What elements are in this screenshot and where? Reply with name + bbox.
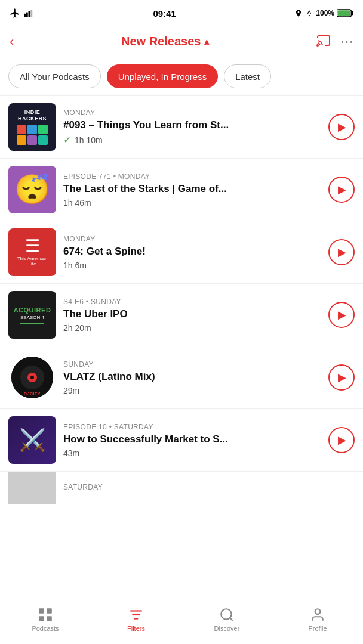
episode-info: MONDAY 674: Get a Spine! 1h 6m xyxy=(63,235,321,270)
profile-label: Profile xyxy=(308,625,327,632)
nav-filters[interactable]: Filters xyxy=(91,607,182,632)
play-button[interactable]: ▶ xyxy=(328,114,355,140)
play-icon: ▶ xyxy=(338,371,346,384)
duration-text: 43m xyxy=(63,448,79,458)
founder-emoji: ⚔️ xyxy=(19,428,46,453)
profile-icon xyxy=(310,607,325,623)
svg-point-8 xyxy=(317,45,318,46)
play-icon: ▶ xyxy=(338,246,346,259)
dropdown-icon[interactable]: ▴ xyxy=(204,36,209,47)
nav-podcasts[interactable]: Podcasts xyxy=(0,607,91,632)
episode-title: #093 – Things You Learn from St... xyxy=(63,119,321,131)
more-button[interactable]: ⋯ xyxy=(340,34,353,49)
duration-text: 29m xyxy=(63,386,79,395)
svg-rect-6 xyxy=(352,11,353,16)
episode-title: How to Successfully Market to S... xyxy=(63,434,321,445)
location-icon xyxy=(294,9,303,17)
nav-title: New Releases ▴ xyxy=(121,35,209,48)
duration-text: 2h 20m xyxy=(63,323,91,333)
episode-duration: ✓ 1h 10m xyxy=(63,134,321,145)
svg-rect-13 xyxy=(39,608,44,614)
back-button[interactable]: ‹ xyxy=(10,34,14,49)
episode-list: INDIEHACKERS MONDAY #093 – Things You Le… xyxy=(0,96,363,504)
episode-item: ACQUIRED SEASON 4 S4 E6 • SUNDAY The Ube… xyxy=(0,284,363,346)
cast-button[interactable] xyxy=(316,33,331,49)
sleep-emoji: 😴 xyxy=(14,173,50,206)
status-bar: 09:41 100% xyxy=(0,0,363,26)
podcast-artwork: 😴 xyxy=(8,166,56,213)
episode-meta: SUNDAY xyxy=(63,360,321,369)
duration-text: 1h 10m xyxy=(75,135,103,145)
episode-title: The Uber IPO xyxy=(63,308,321,320)
episode-item: 😴 EPISODE 771 • MONDAY The Last of the S… xyxy=(0,159,363,221)
airplane-icon xyxy=(10,8,20,18)
duration-text: 1h 6m xyxy=(63,261,87,270)
podcast-artwork: DJCITY xyxy=(8,354,56,401)
acquired-sub: SEASON 4 xyxy=(20,315,44,320)
episode-duration: 29m xyxy=(63,386,321,395)
episode-item: ☰ This AmericanLife MONDAY 674: Get a Sp… xyxy=(0,221,363,284)
play-button[interactable]: ▶ xyxy=(328,239,355,265)
episode-item-partial: SATURDAY xyxy=(0,472,363,504)
episode-info: EPISODE 771 • MONDAY The Last of the Sta… xyxy=(63,172,321,208)
duration-text: 1h 46m xyxy=(63,198,91,208)
acquired-text: ACQUIRED xyxy=(14,306,51,314)
svg-rect-7 xyxy=(337,10,350,16)
podcast-artwork: ACQUIRED SEASON 4 xyxy=(8,291,56,339)
status-right: 100% xyxy=(294,9,353,17)
filter-latest[interactable]: Latest xyxy=(224,64,271,88)
episode-meta: MONDAY xyxy=(63,235,321,243)
svg-rect-0 xyxy=(24,14,26,17)
episode-title: VLATZ (Latino Mix) xyxy=(63,371,321,383)
svg-point-22 xyxy=(315,609,321,614)
svg-rect-16 xyxy=(47,616,52,621)
episode-info: SUNDAY VLATZ (Latino Mix) 29m xyxy=(63,360,321,395)
episode-item: ⚔️ EPISODE 10 • SATURDAY How to Successf… xyxy=(0,409,363,472)
djcity-vinyl xyxy=(14,360,50,395)
episode-duration: 1h 6m xyxy=(63,261,321,270)
cast-icon xyxy=(316,33,331,48)
podcasts-label: Podcasts xyxy=(32,625,59,632)
play-icon: ▶ xyxy=(338,183,346,196)
episode-info-partial: SATURDAY xyxy=(63,483,355,494)
episode-list-container: INDIEHACKERS MONDAY #093 – Things You Le… xyxy=(0,96,363,554)
filter-all[interactable]: All Your Podcasts xyxy=(8,64,101,88)
episode-duration: 1h 46m xyxy=(63,198,321,208)
nav-discover[interactable]: Discover xyxy=(182,607,272,632)
nav-title-text: New Releases xyxy=(121,35,201,48)
episode-meta: MONDAY xyxy=(63,109,321,117)
play-icon: ▶ xyxy=(338,434,346,447)
svg-rect-15 xyxy=(39,616,44,621)
svg-point-20 xyxy=(221,609,231,619)
nav-bar: ‹ New Releases ▴ ⋯ xyxy=(0,26,363,57)
episode-duration: 2h 20m xyxy=(63,323,321,333)
filters-icon xyxy=(128,607,144,623)
discover-label: Discover xyxy=(214,625,240,632)
played-check-icon: ✓ xyxy=(63,134,71,145)
svg-point-12 xyxy=(30,376,34,379)
filter-unplayed[interactable]: Unplayed, In Progress xyxy=(107,64,218,88)
play-button[interactable]: ▶ xyxy=(328,177,355,203)
battery-percent: 100% xyxy=(316,9,334,17)
discover-icon xyxy=(219,607,235,623)
filters-label: Filters xyxy=(127,625,145,632)
play-icon: ▶ xyxy=(338,308,346,321)
podcast-artwork: ⚔️ xyxy=(8,416,56,464)
episode-meta-partial: SATURDAY xyxy=(63,483,355,491)
play-button[interactable]: ▶ xyxy=(328,302,355,328)
episode-info: S4 E6 • SUNDAY The Uber IPO 2h 20m xyxy=(63,298,321,333)
podcast-artwork: INDIEHACKERS xyxy=(8,103,56,151)
nav-profile[interactable]: Profile xyxy=(272,607,363,632)
play-button[interactable]: ▶ xyxy=(328,364,355,391)
svg-rect-14 xyxy=(47,608,52,614)
status-left xyxy=(10,8,35,18)
episode-duration: 43m xyxy=(63,448,321,458)
play-icon: ▶ xyxy=(338,120,346,134)
episode-meta: EPISODE 771 • MONDAY xyxy=(63,172,321,181)
episode-meta: S4 E6 • SUNDAY xyxy=(63,298,321,306)
svg-line-21 xyxy=(230,618,233,621)
play-button[interactable]: ▶ xyxy=(328,427,355,453)
battery-icon xyxy=(337,9,353,17)
episode-item: DJCITY SUNDAY VLATZ (Latino Mix) 29m ▶ xyxy=(0,346,363,409)
status-time: 09:41 xyxy=(153,8,176,18)
